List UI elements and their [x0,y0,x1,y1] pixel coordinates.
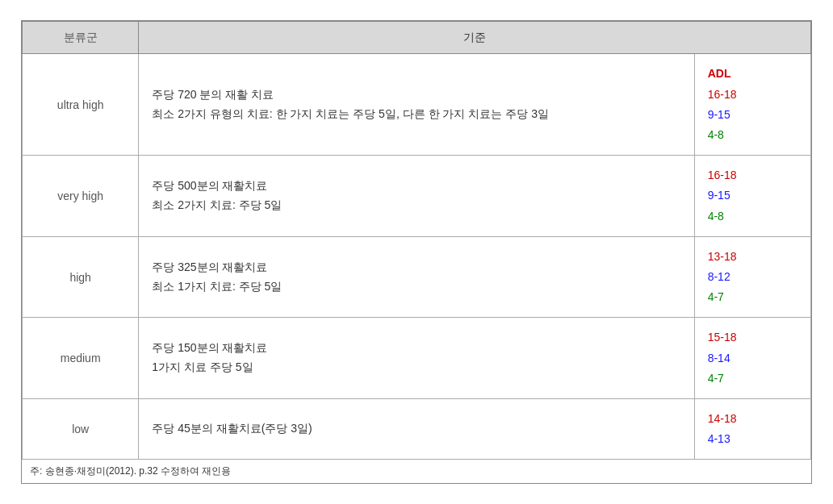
category-cell: ultra high [23,54,139,156]
adl-cell: ADL16-189-154-8 [694,54,810,156]
criteria-cell: 주당 45분의 재활치료(주당 3일) [139,398,694,459]
category-cell: medium [23,318,139,399]
header-category: 분류군 [23,21,139,54]
category-cell: low [23,398,139,459]
category-cell: high [23,236,139,318]
adl-cell: 14-184-13 [694,398,810,459]
criteria-cell: 주당 150분의 재활치료1가지 치료 주당 5일 [139,318,694,399]
footnote: 주: 송현종·채정미(2012). p.32 수정하여 재인용 [22,459,811,483]
classification-table: 분류군 기준 ultra high주당 720 분의 재활 치료최소 2가지 유… [22,21,811,460]
adl-cell: 15-188-144-7 [694,318,810,399]
criteria-cell: 주당 500분의 재활치료최소 2가지 치료: 주당 5일 [139,156,694,237]
criteria-cell: 주당 720 분의 재활 치료최소 2가지 유형의 치료: 한 가지 치료는 주… [139,54,694,156]
main-table-wrapper: 분류군 기준 ultra high주당 720 분의 재활 치료최소 2가지 유… [21,20,812,485]
table-row: high주당 325분의 재활치료최소 1가지 치료: 주당 5일13-188-… [23,236,811,318]
table-row: ultra high주당 720 분의 재활 치료최소 2가지 유형의 치료: … [23,54,811,156]
header-criteria: 기준 [139,21,811,54]
adl-cell: 13-188-124-7 [694,236,810,318]
category-cell: very high [23,156,139,237]
table-row: medium주당 150분의 재활치료1가지 치료 주당 5일15-188-14… [23,318,811,399]
adl-cell: 16-189-154-8 [694,156,810,237]
criteria-cell: 주당 325분의 재활치료최소 1가지 치료: 주당 5일 [139,236,694,318]
header-row: 분류군 기준 [23,21,811,54]
table-row: low주당 45분의 재활치료(주당 3일)14-184-13 [23,398,811,459]
table-row: very high주당 500분의 재활치료최소 2가지 치료: 주당 5일16… [23,156,811,237]
